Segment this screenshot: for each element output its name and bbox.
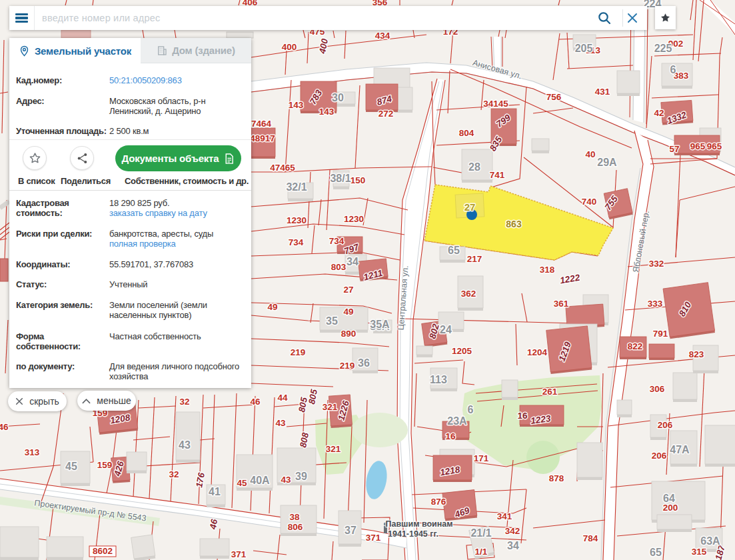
svg-text:206: 206	[652, 451, 667, 461]
svg-text:1204: 1204	[527, 347, 548, 357]
svg-text:48917: 48917	[250, 133, 275, 143]
svg-text:878: 878	[549, 473, 564, 483]
svg-text:150: 150	[351, 175, 366, 185]
svg-text:822: 822	[628, 341, 643, 351]
svg-text:34: 34	[507, 540, 519, 551]
svg-text:37: 37	[345, 525, 357, 536]
svg-text:806: 806	[288, 522, 303, 532]
svg-text:965: 965	[707, 141, 722, 151]
svg-text:34145: 34145	[483, 99, 508, 109]
svg-text:45: 45	[237, 478, 247, 488]
svg-text:371: 371	[231, 549, 247, 559]
svg-text:890: 890	[341, 329, 357, 339]
svg-text:39: 39	[295, 471, 307, 482]
svg-text:205: 205	[575, 43, 593, 54]
svg-text:57: 57	[669, 144, 679, 154]
svg-text:741: 741	[490, 170, 505, 180]
svg-text:1230: 1230	[344, 214, 364, 224]
svg-text:38: 38	[289, 512, 300, 522]
svg-text:823: 823	[689, 349, 704, 359]
svg-text:Павшим воинам: Павшим воинам	[385, 519, 452, 529]
svg-text:6: 6	[670, 64, 676, 75]
svg-text:803: 803	[331, 262, 347, 272]
svg-text:16: 16	[445, 431, 456, 441]
svg-text:206: 206	[658, 420, 673, 430]
svg-text:431: 431	[595, 87, 610, 97]
svg-text:43: 43	[179, 439, 191, 451]
svg-text:734: 734	[329, 236, 345, 246]
svg-text:46: 46	[250, 397, 261, 407]
svg-text:27: 27	[464, 201, 476, 213]
svg-text:315: 315	[692, 547, 707, 557]
svg-text:965: 965	[690, 141, 706, 151]
svg-text:1941-1945 гг.: 1941-1945 гг.	[388, 529, 438, 539]
svg-text:49: 49	[343, 307, 353, 317]
svg-text:333: 333	[648, 299, 663, 309]
svg-text:434: 434	[375, 31, 390, 41]
svg-text:784: 784	[583, 533, 598, 543]
svg-text:341: 341	[497, 511, 512, 521]
svg-text:219: 219	[291, 347, 306, 357]
svg-text:36: 36	[358, 357, 370, 369]
svg-text:38/1: 38/1	[330, 173, 351, 184]
svg-text:30: 30	[332, 92, 344, 103]
svg-text:400: 400	[282, 42, 297, 52]
svg-text:362: 362	[461, 289, 476, 299]
svg-text:159: 159	[97, 460, 113, 470]
svg-text:43: 43	[281, 475, 291, 485]
svg-text:342: 342	[505, 526, 520, 536]
svg-text:791: 791	[653, 329, 668, 339]
svg-text:40: 40	[585, 149, 595, 159]
svg-text:332: 332	[649, 259, 664, 269]
svg-text:8602: 8602	[93, 546, 113, 556]
svg-text:371: 371	[366, 533, 381, 543]
svg-text:47A: 47A	[670, 444, 690, 455]
svg-text:34: 34	[347, 256, 359, 267]
svg-text:7464: 7464	[251, 119, 272, 129]
svg-text:65: 65	[448, 245, 460, 256]
svg-text:29A: 29A	[597, 157, 617, 168]
svg-text:49: 49	[267, 302, 277, 312]
svg-text:734: 734	[289, 237, 304, 247]
svg-text:28: 28	[468, 161, 480, 173]
svg-text:272: 272	[378, 109, 394, 119]
svg-text:313: 313	[25, 447, 40, 457]
svg-text:225: 225	[654, 43, 672, 54]
svg-text:804: 804	[459, 128, 474, 138]
svg-text:42: 42	[654, 108, 664, 118]
svg-text:27: 27	[343, 285, 353, 295]
svg-text:361: 361	[554, 299, 569, 309]
svg-text:318: 318	[540, 265, 555, 275]
svg-text:65: 65	[650, 547, 662, 558]
svg-text:321: 321	[323, 402, 338, 412]
svg-text:32: 32	[179, 397, 189, 407]
svg-text:863: 863	[506, 219, 522, 229]
svg-text:41: 41	[209, 486, 221, 497]
svg-text:219: 219	[340, 361, 355, 371]
svg-text:46: 46	[0, 422, 9, 432]
svg-text:47465: 47465	[270, 163, 295, 173]
svg-text:40A: 40A	[250, 475, 270, 486]
svg-text:1205: 1205	[452, 346, 472, 356]
svg-text:217: 217	[467, 254, 482, 264]
svg-text:261: 261	[542, 387, 558, 397]
svg-text:1230: 1230	[287, 215, 307, 225]
svg-text:35: 35	[326, 315, 338, 327]
svg-text:45: 45	[65, 461, 77, 472]
svg-text:46: 46	[208, 518, 220, 531]
svg-text:35A: 35A	[370, 319, 390, 330]
svg-text:306: 306	[650, 384, 665, 394]
svg-text:321: 321	[326, 444, 341, 454]
svg-text:1/1: 1/1	[475, 547, 488, 557]
svg-text:143: 143	[319, 107, 335, 117]
svg-text:876: 876	[431, 497, 446, 507]
svg-text:16: 16	[517, 411, 528, 421]
svg-text:43: 43	[275, 418, 286, 428]
svg-text:23A: 23A	[447, 415, 467, 427]
svg-text:32: 32	[169, 469, 179, 479]
svg-text:44: 44	[277, 393, 288, 403]
svg-text:740: 740	[582, 197, 597, 207]
svg-text:24: 24	[440, 324, 452, 335]
svg-text:64: 64	[663, 493, 675, 504]
svg-text:200: 200	[663, 503, 678, 513]
